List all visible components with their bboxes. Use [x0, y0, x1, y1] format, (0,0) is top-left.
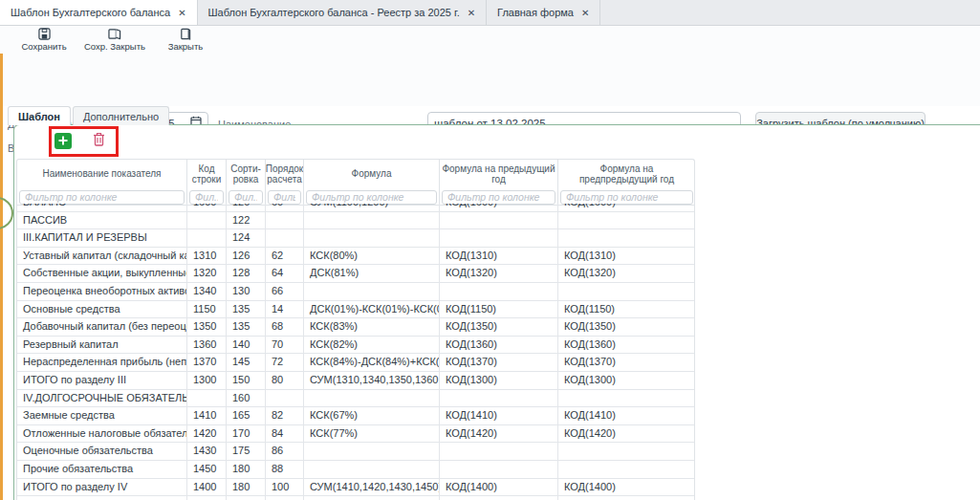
- table-cell[interactable]: 1320: [187, 265, 227, 283]
- table-cell[interactable]: [558, 461, 694, 479]
- table-row[interactable]: ИТОГО по разделу III130015080СУМ(1310,13…: [17, 372, 694, 390]
- column-filter-input[interactable]: [560, 190, 693, 205]
- table-cell[interactable]: [17, 496, 187, 500]
- table-cell[interactable]: КСК(80%): [304, 248, 440, 266]
- table-cell[interactable]: [304, 461, 440, 479]
- column-filter-input[interactable]: [306, 190, 437, 205]
- table-cell[interactable]: Прочие обязательства: [17, 461, 187, 479]
- table-cell[interactable]: ПАССИВ: [17, 212, 187, 230]
- table-cell[interactable]: [304, 443, 440, 461]
- table-cell[interactable]: 14: [266, 301, 304, 319]
- table-cell[interactable]: Добавочный капитал (без переоценки): [17, 318, 187, 337]
- table-cell[interactable]: 60: [266, 204, 304, 212]
- table-cell[interactable]: 80: [266, 372, 304, 390]
- table-row[interactable]: Заемные средства141016582КСК(67%)КОД(141…: [17, 407, 694, 425]
- table-cell[interactable]: 180: [227, 461, 266, 479]
- table-row[interactable]: Переоценка внеоборотных активов134013066: [17, 283, 694, 301]
- table-cell[interactable]: Переоценка внеоборотных активов: [17, 283, 187, 301]
- table-cell[interactable]: 1300: [187, 372, 227, 390]
- table-cell[interactable]: 135: [227, 301, 266, 319]
- table-cell[interactable]: КСК(83%): [304, 318, 440, 337]
- table-cell[interactable]: 1430: [187, 443, 227, 461]
- table-cell[interactable]: IV.ДОЛГОСРОЧНЫЕ ОБЯЗАТЕЛЬСТВА: [17, 390, 187, 408]
- table-cell[interactable]: [266, 390, 304, 408]
- table-cell[interactable]: 170: [227, 425, 266, 444]
- table-cell[interactable]: [266, 496, 304, 500]
- column-header[interactable]: Сорти- ровка: [227, 160, 265, 187]
- table-cell[interactable]: 1360: [187, 337, 227, 355]
- table-cell[interactable]: КОД(1410): [440, 407, 558, 425]
- table-cell[interactable]: [304, 496, 440, 500]
- table-cell[interactable]: 165: [227, 407, 266, 425]
- table-cell[interactable]: КСК(77%): [304, 425, 440, 444]
- table-cell[interactable]: КОД(1600): [440, 204, 558, 212]
- table-cell[interactable]: КОД(1360): [558, 337, 694, 355]
- table-cell[interactable]: 120: [227, 204, 266, 212]
- table-cell[interactable]: КОД(1400): [558, 479, 694, 497]
- column-filter-input[interactable]: [229, 190, 263, 205]
- column-header[interactable]: Формула на предпредыдущий год: [558, 160, 695, 187]
- table-row[interactable]: III.КАПИТАЛ И РЕЗЕРВЫ124: [17, 229, 694, 248]
- table-cell[interactable]: [440, 390, 558, 408]
- table-cell[interactable]: 160: [227, 390, 266, 408]
- table-cell[interactable]: Оценочные обязательства: [17, 443, 187, 461]
- table-cell[interactable]: Собственные акции, выкупленные у ак...: [17, 265, 187, 283]
- table-cell[interactable]: КОД(1350): [440, 318, 558, 337]
- table-cell[interactable]: 124: [227, 229, 266, 248]
- table-cell[interactable]: КОД(1600): [558, 204, 694, 212]
- table-cell[interactable]: [440, 461, 558, 479]
- table-cell[interactable]: КСК(67%): [304, 407, 440, 425]
- table-cell[interactable]: 1450: [187, 461, 227, 479]
- table-cell[interactable]: [558, 212, 694, 230]
- table-cell[interactable]: КОД(1420): [558, 425, 694, 444]
- table-cell[interactable]: СУМ(1310,1340,1350,1360,1...: [304, 372, 440, 390]
- table-cell[interactable]: КОД(1360): [440, 337, 558, 355]
- table-cell[interactable]: 126: [227, 248, 266, 266]
- column-header[interactable]: Код строки: [187, 160, 226, 187]
- table-cell[interactable]: III.КАПИТАЛ И РЕЗЕРВЫ: [17, 229, 187, 248]
- table-cell[interactable]: 1350: [187, 318, 227, 337]
- table-cell[interactable]: [440, 212, 558, 230]
- table-cell[interactable]: [304, 212, 440, 230]
- table-cell[interactable]: [187, 496, 227, 500]
- table-row[interactable]: Уставный капитал (складочный капита...13…: [17, 248, 694, 266]
- table-cell[interactable]: 62: [266, 248, 304, 266]
- table-cell[interactable]: КСК(82%): [304, 337, 440, 355]
- table-row[interactable]: Оценочные обязательства143017586: [17, 443, 694, 461]
- table-cell[interactable]: [187, 212, 227, 230]
- table-cell[interactable]: КОД(1320): [558, 265, 694, 283]
- table-cell[interactable]: ИТОГО по разделу IV: [17, 479, 187, 497]
- table-row[interactable]: Собственные акции, выкупленные у ак...13…: [17, 265, 694, 283]
- save-close-button[interactable]: Сохр. Закрыть: [84, 27, 145, 53]
- table-cell[interactable]: 1420: [187, 425, 227, 444]
- column-header[interactable]: Наименование показателя: [17, 160, 186, 187]
- save-button[interactable]: Сохранить: [19, 27, 69, 53]
- close-icon[interactable]: ✕: [468, 8, 475, 18]
- column-filter-input[interactable]: [268, 190, 301, 205]
- table-row[interactable]: [17, 496, 694, 500]
- table-cell[interactable]: 70: [266, 337, 304, 355]
- column-header[interactable]: Порядок расчета: [266, 160, 303, 187]
- table-cell[interactable]: Нераспределенная прибыль (непокрыт...: [17, 354, 187, 372]
- table-row[interactable]: ПАССИВ122: [17, 212, 694, 230]
- table-cell[interactable]: [440, 443, 558, 461]
- column-header[interactable]: Формула: [304, 160, 439, 187]
- table-cell[interactable]: КОД(1370): [440, 354, 558, 372]
- close-icon[interactable]: ✕: [178, 8, 185, 18]
- table-cell[interactable]: КОД(1400): [440, 479, 558, 497]
- table-cell[interactable]: 180: [227, 479, 266, 497]
- table-cell[interactable]: [440, 283, 558, 301]
- table-row[interactable]: Основные средства115013514ДСК(01%)-КСК(0…: [17, 301, 694, 319]
- table-cell[interactable]: [266, 229, 304, 248]
- table-cell[interactable]: 150: [227, 372, 266, 390]
- table-cell[interactable]: [187, 229, 227, 248]
- table-cell[interactable]: КСК(84%)-ДСК(84%)+КСК(99...: [304, 354, 440, 372]
- table-cell[interactable]: СУМ(1410,1420,1430,1450): [304, 479, 440, 497]
- table-cell[interactable]: [227, 496, 266, 500]
- table-cell[interactable]: 86: [266, 443, 304, 461]
- table-cell[interactable]: 1600: [187, 204, 227, 212]
- table-cell[interactable]: [440, 229, 558, 248]
- table-cell[interactable]: КОД(1420): [440, 425, 558, 444]
- add-row-button[interactable]: [54, 133, 72, 149]
- table-cell[interactable]: 145: [227, 354, 266, 372]
